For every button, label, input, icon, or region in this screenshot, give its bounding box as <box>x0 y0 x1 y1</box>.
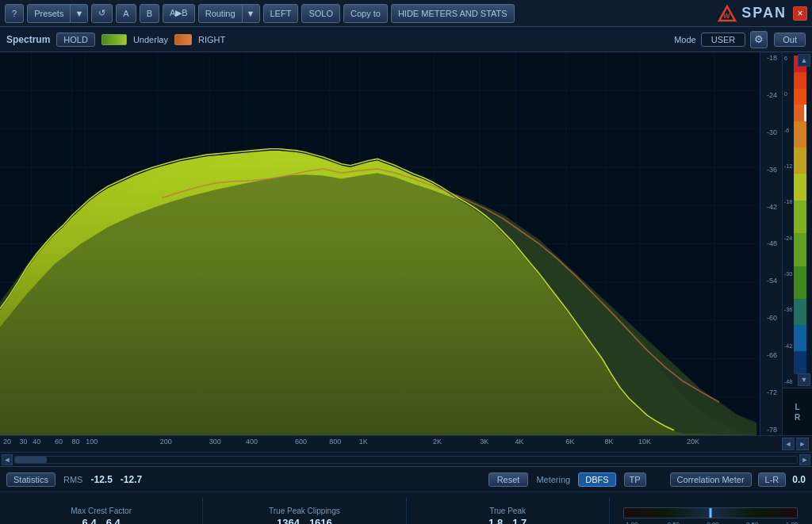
frequency-labels: 20 30 40 60 80 100 200 300 400 600 800 1… <box>0 436 780 452</box>
corr-scale-05: 0.50 <box>746 521 759 525</box>
freq-10k: 10K <box>638 438 651 446</box>
corr-scale-0: 0.00 <box>707 521 719 525</box>
true-peak-clip-group: True Peak Clippings 1364 1616 <box>209 507 399 525</box>
solo-button[interactable]: SOLO <box>301 4 340 23</box>
db-label-66: -66 <box>762 351 780 359</box>
vu-db-48: -48 <box>784 379 792 384</box>
routing-dropdown-arrow[interactable]: ▼ <box>243 5 259 22</box>
orange-color-swatch <box>174 34 192 45</box>
ab-button[interactable]: A▶B <box>163 4 195 23</box>
settings-button[interactable]: ⚙ <box>750 31 768 48</box>
a-button[interactable]: A <box>116 4 136 23</box>
close-button[interactable]: × <box>793 6 807 21</box>
crest-value-2: 6.4 <box>106 517 121 525</box>
dbfs-button[interactable]: DBFS <box>578 472 615 487</box>
freq-1k: 1K <box>359 438 368 446</box>
nav-arrows: ◄ ► <box>780 436 810 452</box>
refresh-button[interactable]: ↺ <box>91 4 113 23</box>
freq-2k: 2K <box>433 438 442 446</box>
corr-scale-1: 1.00 <box>786 521 799 525</box>
vu-db-24: -24 <box>784 235 792 241</box>
vu-meter-bar: 6 0 -6 -12 -18 -24 -30 -36 -42 -48 <box>783 52 812 388</box>
clip-value-2: 1616 <box>309 517 332 525</box>
scroll-track[interactable] <box>14 456 798 464</box>
reset-button[interactable]: Reset <box>488 472 529 487</box>
db-label-78: -78 <box>762 426 780 434</box>
tp-button[interactable]: TP <box>624 472 646 487</box>
freq-8k: 8K <box>605 438 614 446</box>
copy-to-button[interactable]: Copy to <box>343 4 388 23</box>
freq-40: 40 <box>33 438 40 446</box>
svg-text:W: W <box>723 12 730 20</box>
correlation-value: 0.0 <box>792 474 806 485</box>
peak-value-2: 1.7 <box>512 517 527 525</box>
green-color-swatch <box>102 34 127 45</box>
routing-group[interactable]: Routing ▼ <box>198 4 260 23</box>
db-label-60: -60 <box>762 314 780 322</box>
vu-db-12: -12 <box>784 163 792 169</box>
freq-20k: 20K <box>687 438 699 446</box>
stat-divider-2 <box>406 498 407 525</box>
presets-button[interactable]: Presets <box>28 5 71 22</box>
correlation-meter-display: -1.00 -0.50 0.00 0.50 1.00 <box>616 507 806 525</box>
app-logo: W SPAN <box>718 5 787 22</box>
corr-scale-n1: -1.00 <box>623 521 638 525</box>
db-label-36: -36 <box>762 166 780 174</box>
vu-db-18: -18 <box>784 199 792 205</box>
db-label-72: -72 <box>762 388 780 396</box>
spectrum-display[interactable]: -18 -24 -30 -36 -42 -48 -54 -60 -66 -72 … <box>0 52 782 435</box>
correlation-label-button[interactable]: Correlation Meter <box>670 472 752 487</box>
stats-top-row: Statistics RMS -12.5 -12.7 Reset Meterin… <box>0 467 812 492</box>
hold-button[interactable]: HOLD <box>56 33 95 47</box>
left-button[interactable]: LEFT <box>263 4 299 23</box>
db-label-42: -42 <box>762 203 780 211</box>
clip-value-1: 1364 <box>277 517 300 525</box>
scroll-left-arrow[interactable]: ◄ <box>2 454 13 465</box>
scroll-bar[interactable]: ◄ ► <box>0 452 812 466</box>
statistics-label-button[interactable]: Statistics <box>6 472 56 487</box>
corr-scale-n05: -0.50 <box>665 521 680 525</box>
mode-label: Mode <box>674 35 696 44</box>
b-button[interactable]: B <box>140 4 159 23</box>
presets-group[interactable]: Presets ▼ <box>27 4 88 23</box>
scroll-right-arrow[interactable]: ► <box>799 454 810 465</box>
lr-button[interactable]: L-R <box>758 472 787 487</box>
freq-30: 30 <box>20 438 28 446</box>
statistics-panel: Statistics RMS -12.5 -12.7 Reset Meterin… <box>0 466 812 524</box>
mode-section: Mode USER ⚙ <box>674 31 768 48</box>
presets-dropdown-arrow[interactable]: ▼ <box>71 5 87 22</box>
title-bar: ? Presets ▼ ↺ A B A▶B Routing ▼ LEFT SOL… <box>0 0 812 27</box>
peak-value-1: 1.8 <box>488 517 503 525</box>
db-label-48: -48 <box>762 239 780 247</box>
max-crest-values: 6.4 6.4 <box>82 517 121 525</box>
db-scale-labels: -18 -24 -30 -36 -42 -48 -54 -60 -66 -72 … <box>760 52 782 435</box>
hide-meters-button[interactable]: HIDE METERS AND STATS <box>391 4 515 23</box>
true-peak-group: True Peak 1.8 1.7 <box>413 507 603 525</box>
db-label-24: -24 <box>762 91 780 99</box>
vu-meter: 6 0 -6 -12 -18 -24 -30 -36 -42 -48 <box>782 52 812 435</box>
nav-left-arrow[interactable]: ◄ <box>782 438 795 450</box>
spectrum-svg <box>0 52 782 435</box>
crest-value-1: 6.4 <box>82 517 97 525</box>
peak-values: 1.8 1.7 <box>488 517 527 525</box>
vu-db-42: -42 <box>784 343 792 349</box>
nav-right-arrow[interactable]: ► <box>796 438 809 450</box>
clip-values: 1364 1616 <box>277 517 332 525</box>
freq-400: 400 <box>246 438 258 446</box>
vu-db-0: 0 <box>784 91 792 97</box>
true-peak-label: True Peak <box>489 507 526 515</box>
vu-scroll-down[interactable]: ▼ <box>798 373 810 386</box>
rms-value-2: -12.7 <box>121 474 142 485</box>
max-crest-label: Max Crest Factor <box>71 507 132 515</box>
scroll-thumb[interactable] <box>15 457 47 463</box>
mode-value: USER <box>701 33 746 47</box>
routing-button[interactable]: Routing <box>199 5 243 22</box>
freq-20: 20 <box>3 438 11 446</box>
help-button[interactable]: ? <box>5 4 24 23</box>
stat-divider-3 <box>609 498 610 525</box>
out-button[interactable]: Out <box>774 33 806 47</box>
max-crest-group: Max Crest Factor 6.4 6.4 <box>6 507 196 525</box>
rms-value-1: -12.5 <box>90 474 112 485</box>
vu-scroll-up[interactable]: ▲ <box>798 54 810 67</box>
db-label-30: -30 <box>762 128 780 136</box>
